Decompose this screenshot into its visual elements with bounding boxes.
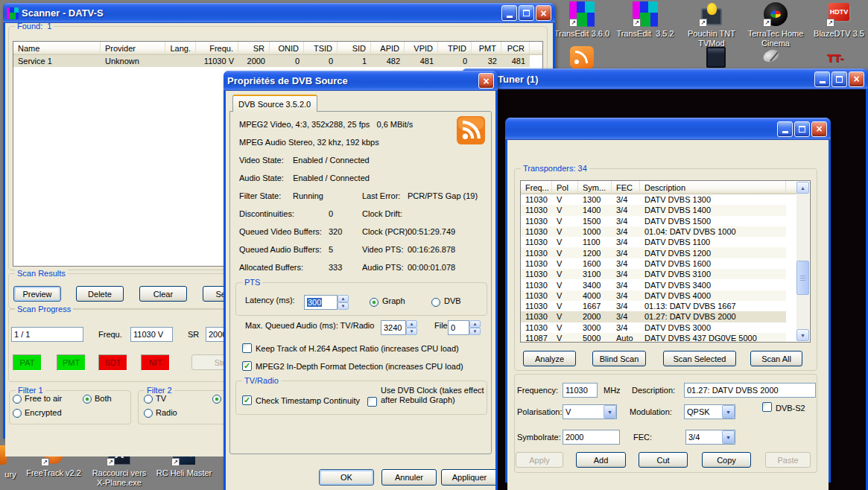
filter2-radio-radio[interactable] [144,409,153,418]
column-header[interactable]: TPID [438,42,472,54]
dvbclock-checkbox[interactable] [367,397,377,407]
column-header[interactable]: Lang. [165,42,196,54]
scrollbar-thumb[interactable] [796,261,809,295]
chevron-down-icon[interactable]: ▼ [722,430,735,444]
column-header[interactable]: SR [238,42,270,54]
mpeg2-checkbox-label[interactable]: MPEG2 In-Depth Format Detection (increas… [256,362,463,371]
table-row[interactable]: 11030V12003/4DATV DVBS 1200 [521,247,786,258]
file-field[interactable]: 0 [448,320,469,335]
filter1-both-radio-label[interactable]: Both [95,394,112,403]
column-header[interactable]: VPID [405,42,438,54]
spin-down-icon[interactable]: ▼ [406,328,417,335]
table-row[interactable]: 11030V20003/401.27: DATV DVBS 2000 [521,311,786,322]
symbolrate-field[interactable]: 2000 [563,430,620,445]
close-icon[interactable]: × [536,5,551,21]
table-row[interactable]: 11030V10003/401.04: DATV DVBS 1000 [521,226,786,237]
clear-button[interactable]: Clear [139,286,187,302]
satellite-icon[interactable] [760,46,784,69]
table-row[interactable]: Service 1Unknown11030 V20000014824810324… [13,55,530,67]
apply-button[interactable]: Appliquer [441,469,495,486]
chevron-down-icon[interactable]: ▼ [722,405,735,419]
scan-all-button[interactable]: Scan All [750,351,802,366]
filter2-tv-radio-label[interactable]: TV [156,394,166,403]
editor-titlebar[interactable]: × [505,118,831,140]
scroll-up-icon[interactable]: ▲ [796,182,809,194]
spin-down-icon[interactable]: ▼ [338,302,349,310]
dvb-radio[interactable] [431,298,440,307]
progress-field[interactable]: 1 / 1 [11,327,83,342]
filter2-tv-radio[interactable] [144,395,153,404]
column-header[interactable]: Pol [552,181,578,194]
table-row[interactable]: 11030V31003/4DATV DVBS 3100 [521,269,786,279]
apply-button[interactable]: Apply [516,452,563,468]
column-header[interactable]: PMT [472,42,501,54]
table-row[interactable]: 11030V16673/401.13: DATV DVBS 1667 [521,301,786,311]
delete-button[interactable]: Delete [76,286,124,302]
spin-up-icon[interactable]: ▲ [338,295,349,302]
filter1-free-to-air-radio-label[interactable]: Free to air [25,394,62,403]
scroll-down-icon[interactable]: ▼ [796,329,809,341]
table-row[interactable]: 11030V11003/4DATV DVBS 1100 [521,237,786,247]
polarisation-select[interactable]: V ▼ [563,404,617,419]
timestamp-checkbox[interactable] [242,395,252,405]
blind-scan-button[interactable]: Blind Scan [592,351,646,366]
column-header[interactable]: TSID [304,42,338,54]
column-header[interactable]: FEC [612,181,640,194]
dvb-radio-label[interactable]: DVB [444,296,461,305]
filter2-radio-radio-label[interactable]: Radio [156,408,177,417]
column-header[interactable]: APID [371,42,405,54]
chevron-down-icon[interactable]: ▼ [604,405,616,419]
latency-field[interactable]: 300 [304,295,338,310]
column-header[interactable]: ONID [270,42,304,54]
description-field[interactable]: 01.27: DATV DVBS 2000 [684,383,816,398]
table-row[interactable]: 11030V15003/4DATV DVBS 1500 [521,216,786,226]
spin-down-icon[interactable]: ▼ [469,328,481,335]
table-row[interactable]: 11030V14003/4DATV DVBS 1400 [521,205,786,215]
dvbs2-checkbox[interactable] [762,402,772,412]
desktop-icon-transedit352[interactable]: ↗TransEdit 3.5.2 [613,1,677,39]
desktop-icon-transedit360[interactable]: ↗TransEdit 3.6.0 [550,1,614,39]
dvbs2-label[interactable]: DVB-S2 [776,404,805,413]
tuner-titlebar[interactable]: Tuner (1) × [462,69,868,89]
ttlogo-icon[interactable]: TT- [823,46,847,69]
close-icon[interactable]: × [849,71,864,87]
desktop-icon-pouchin[interactable]: ↗Pouchin TNTTVMod [679,1,744,48]
h264-checkbox-label[interactable]: Keep Track of H.264 Aspect Ratio (increa… [256,344,459,353]
filter1-encrypted-radio[interactable] [13,409,22,418]
column-header[interactable]: Sym... [578,181,612,194]
max-queued-field[interactable]: 3240 [381,320,406,335]
table-row[interactable]: 11030V16003/4DATV DVBS 1600 [521,258,786,269]
modulation-select[interactable]: QPSK ▼ [684,404,735,419]
filter1-free-to-air-radio[interactable] [13,395,22,404]
h264-checkbox[interactable] [242,343,252,353]
filter1-encrypted-radio-label[interactable]: Encrypted [25,408,62,417]
spin-up-icon[interactable]: ▲ [406,320,417,328]
maximize-button[interactable] [794,121,810,137]
table-row[interactable]: 11030V40003/4DATV DVBS 4000 [521,290,786,301]
vertical-scrollbar[interactable]: ▲ ▼ [796,182,809,341]
desktop-icon-terratec[interactable]: ↗TerraTec HomeCinema [744,1,808,48]
minimize-button[interactable] [501,5,517,21]
star-icon[interactable] [633,46,657,69]
cancel-button[interactable]: Annuler [381,469,437,486]
maximize-button[interactable] [519,5,534,21]
table-row[interactable]: 11087V5000AutoDATV DVBS 437 DG0VE 5000 [521,333,786,343]
dvbclock-checkbox-label[interactable]: Use DVB Clock (takes effect after Rebuil… [381,386,495,405]
console-icon[interactable] [704,46,728,69]
table-row[interactable]: 11030V34003/4DATV DVBS 3400 [521,279,786,290]
table-row[interactable]: 11030V13003/4DATV DVBS 1300 [521,194,786,205]
feed-icon[interactable] [570,46,594,69]
column-header[interactable]: Description [640,181,786,194]
table-row[interactable]: 11030V30003/4DATV DVBS 3000 [521,322,786,333]
analyze-button[interactable]: Analyze [523,351,576,366]
tab-dvb-source[interactable]: DVB Source 3.5.2.0 [232,95,317,112]
column-header[interactable]: Name [13,42,101,54]
add-button[interactable]: Add [576,452,626,468]
desktop-icon-blazedtv[interactable]: HDTV↗BlazeDTV 3.5 [807,1,868,39]
filter1-both-radio[interactable] [83,395,92,404]
minimize-button[interactable] [777,121,793,137]
column-header[interactable]: Freq... [521,181,552,194]
paste-button[interactable]: Paste [765,452,811,468]
fec-select[interactable]: 3/4 ▼ [685,430,735,445]
graph-radio-label[interactable]: Graph [382,296,405,305]
